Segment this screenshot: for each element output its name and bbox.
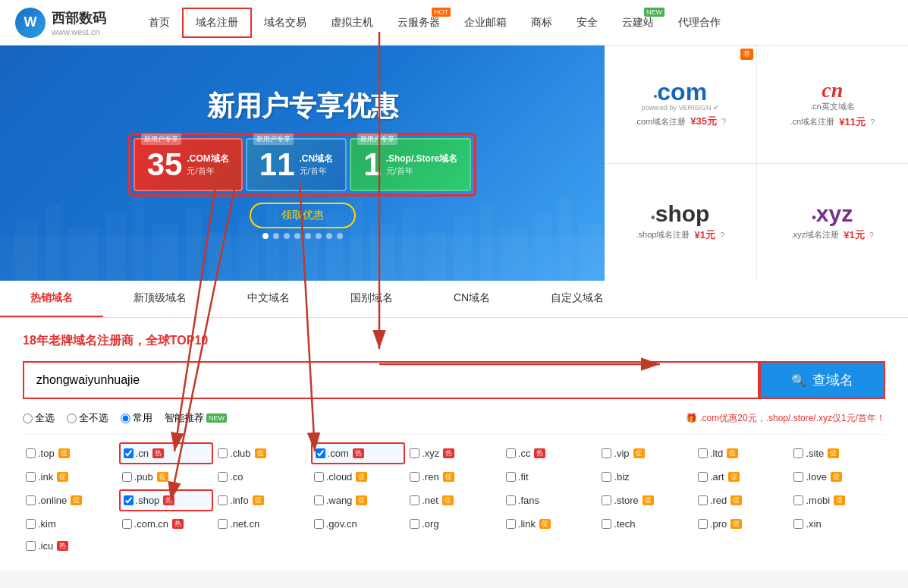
domain-org[interactable]: .org (407, 514, 501, 533)
domain-com[interactable]: .com 热 (311, 442, 406, 464)
checkbox-pro[interactable] (698, 519, 708, 529)
checkbox-ren[interactable] (410, 472, 419, 482)
checkbox-net-cn[interactable] (218, 519, 228, 529)
checkbox-club[interactable] (218, 448, 228, 458)
domain-love[interactable]: .love 促 (790, 467, 885, 486)
dot-5[interactable] (305, 233, 311, 239)
checkbox-com[interactable] (316, 448, 325, 458)
radio-none[interactable]: 全不选 (67, 411, 108, 425)
tab-chinese-domain[interactable]: 中文域名 (217, 281, 320, 317)
nav-site-builder[interactable]: 云建站NEW (610, 0, 666, 46)
checkbox-cn[interactable] (124, 448, 134, 458)
domain-panel-com[interactable]: 荐 •com powered by VERISIGN ✔ .com域名注册 ¥3… (605, 46, 756, 163)
checkbox-mobi[interactable] (793, 495, 803, 505)
domain-vip[interactable]: .vip 促 (599, 442, 693, 464)
checkbox-ink[interactable] (26, 472, 36, 482)
domain-wang[interactable]: .wang 促 (311, 489, 406, 511)
nav-virtual-host[interactable]: 虚拟主机 (319, 0, 385, 46)
checkbox-top[interactable] (26, 448, 36, 458)
domain-xyz[interactable]: .xyz 热 (407, 442, 501, 464)
domain-store[interactable]: .store 促 (599, 489, 693, 511)
checkbox-net[interactable] (410, 495, 419, 505)
nav-email[interactable]: 企业邮箱 (452, 0, 519, 46)
checkbox-red[interactable] (698, 495, 708, 505)
domain-com-cn[interactable]: .com.cn 热 (119, 514, 214, 533)
domain-fans[interactable]: .fans (503, 489, 598, 511)
domain-red[interactable]: .red 促 (695, 489, 790, 511)
domain-cc[interactable]: .cc 热 (503, 442, 598, 464)
checkbox-link[interactable] (506, 519, 516, 529)
checkbox-tech[interactable] (602, 519, 611, 529)
checkbox-ltd[interactable] (698, 448, 708, 458)
checkbox-kim[interactable] (26, 519, 36, 529)
dot-4[interactable] (294, 233, 300, 239)
domain-info[interactable]: .info 促 (215, 489, 309, 511)
domain-club[interactable]: .club 促 (215, 442, 309, 464)
nav-domain-trade[interactable]: 域名交易 (252, 0, 319, 46)
domain-fit[interactable]: .fit (503, 467, 598, 486)
domain-net[interactable]: .net 促 (407, 489, 501, 511)
domain-cloud[interactable]: .cloud 促 (311, 467, 406, 486)
checkbox-org[interactable] (410, 519, 419, 529)
domain-art[interactable]: .art 促 (695, 467, 790, 486)
domain-icu[interactable]: .icu 热 (23, 536, 118, 555)
coupon-shop[interactable]: 新用户专享 1 .Shop/.Store域名 元/首年 (350, 138, 471, 191)
domain-online[interactable]: .online 促 (23, 489, 118, 511)
domain-xin[interactable]: .xin (790, 514, 885, 533)
domain-tech[interactable]: .tech (599, 514, 693, 533)
domain-gov-cn[interactable]: .gov.cn (311, 514, 406, 533)
domain-top[interactable]: .top 促 (23, 442, 118, 464)
domain-panel-xyz[interactable]: •xyz .xyz域名注册 ¥1元 ? (757, 164, 909, 281)
domain-panel-cn[interactable]: cn .cn英文域名 .cn域名注册 ¥11元 ? (757, 46, 909, 163)
domain-panel-shop[interactable]: •shop .shop域名注册 ¥1元 ? (605, 164, 756, 281)
checkbox-love[interactable] (793, 472, 803, 482)
coupon-com[interactable]: 新用户专享 35 .COM域名 元/首年 (134, 138, 243, 191)
nav-trademark[interactable]: 商标 (519, 0, 564, 46)
domain-site[interactable]: .site 促 (790, 442, 885, 464)
search-button[interactable]: 🔍 查域名 (759, 361, 885, 399)
checkbox-cc[interactable] (506, 448, 516, 458)
domain-biz[interactable]: .biz (599, 467, 693, 486)
nav-home[interactable]: 首页 (137, 0, 182, 46)
checkbox-store[interactable] (602, 495, 611, 505)
domain-ren[interactable]: .ren 促 (407, 467, 501, 486)
tab-cn-domain[interactable]: CN域名 (423, 281, 520, 317)
nav-cloud-server[interactable]: 云服务器HOT (385, 0, 452, 46)
smart-recommend[interactable]: 智能推荐 NEW (165, 411, 227, 425)
radio-common[interactable]: 常用 (121, 411, 152, 425)
domain-ink[interactable]: .ink 促 (23, 467, 118, 486)
dot-8[interactable] (337, 233, 343, 239)
dot-7[interactable] (326, 233, 332, 239)
xyz-help-icon[interactable]: ? (869, 231, 874, 240)
checkbox-cloud[interactable] (314, 472, 324, 482)
domain-pub[interactable]: .pub 促 (119, 467, 214, 486)
checkbox-art[interactable] (698, 472, 708, 482)
domain-co[interactable]: .co (215, 467, 309, 486)
checkbox-site[interactable] (793, 448, 803, 458)
domain-cn[interactable]: .cn 热 (119, 442, 214, 464)
domain-shop[interactable]: .shop 热 (119, 489, 214, 511)
checkbox-fit[interactable] (506, 472, 516, 482)
domain-mobi[interactable]: .mobi 促 (790, 489, 885, 511)
domain-kim[interactable]: .kim (23, 514, 118, 533)
dot-1[interactable] (262, 233, 269, 239)
coupon-cn[interactable]: 新用户专享 11 .CN域名 元/首年 (246, 138, 347, 191)
tab-new-tld[interactable]: 新顶级域名 (103, 281, 217, 317)
tab-country-domain[interactable]: 国别域名 (320, 281, 423, 317)
shop-help-icon[interactable]: ? (720, 231, 724, 240)
tab-hot-domains[interactable]: 热销域名 (0, 281, 103, 317)
radio-all[interactable]: 全选 (23, 411, 55, 425)
com-help-icon[interactable]: ? (721, 117, 726, 126)
checkbox-biz[interactable] (602, 472, 611, 482)
search-input[interactable] (23, 361, 759, 399)
checkbox-wang[interactable] (314, 495, 324, 505)
nav-agent[interactable]: 代理合作 (666, 0, 733, 46)
domain-pro[interactable]: .pro 促 (695, 514, 790, 533)
checkbox-info[interactable] (218, 495, 228, 505)
domain-link[interactable]: .link 促 (503, 514, 598, 533)
checkbox-xyz[interactable] (410, 448, 419, 458)
dot-6[interactable] (316, 233, 322, 239)
checkbox-gov-cn[interactable] (314, 519, 324, 529)
checkbox-icu[interactable] (26, 541, 36, 551)
checkbox-vip[interactable] (602, 448, 611, 458)
